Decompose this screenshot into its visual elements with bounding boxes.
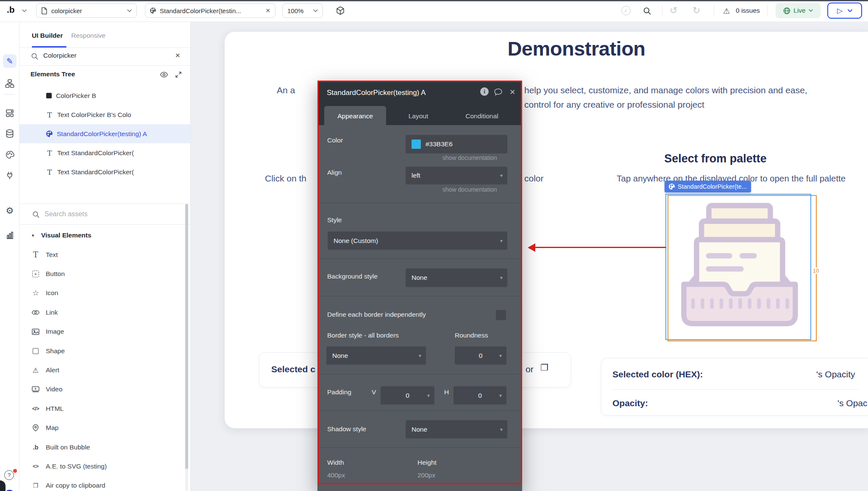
- design-canvas[interactable]: Demonstration An a help you select, cust…: [191, 22, 868, 491]
- height-value: 200px: [417, 471, 435, 479]
- palette-item-text[interactable]: T Text: [19, 245, 185, 264]
- ui-builder-panel: UI Builder Responsive ✕ Elements Tree Co…: [19, 22, 191, 491]
- panel-divider: [19, 204, 190, 204]
- intro-text-line1[interactable]: help you select, customize, and manage c…: [524, 85, 807, 95]
- palette-item-shape[interactable]: Shape: [19, 341, 185, 360]
- colorpicker-element-preview-image[interactable]: [678, 200, 801, 332]
- tab-conditional[interactable]: Conditional: [459, 106, 505, 126]
- environment-selector[interactable]: Live: [776, 3, 821, 18]
- tree-item-text-standardcolorpicker-1[interactable]: T Text StandardColorPicker(: [19, 143, 190, 162]
- design-tab-pencil-icon[interactable]: ✎: [3, 54, 17, 68]
- tree-item-text-colorpicker[interactable]: T Text ColorPicker B's Colo: [19, 105, 190, 124]
- tree-item-colorpicker-b[interactable]: ColorPicker B: [19, 86, 190, 105]
- palette-item-html[interactable]: </> HTML: [19, 399, 185, 418]
- open-document-tab[interactable]: StandardColorPicker(testin... ✕: [145, 3, 275, 18]
- border-independent-checkbox[interactable]: [496, 310, 506, 320]
- color-input[interactable]: #33B3E6: [406, 135, 507, 153]
- align-value: left: [412, 172, 420, 179]
- palette-item-ae-to-svg[interactable]: <> A.E. to SVG (testing): [19, 457, 185, 476]
- palette-section-title[interactable]: Select from palette: [660, 152, 771, 165]
- palette-item-button[interactable]: + Button: [19, 264, 185, 283]
- demo-title[interactable]: Demonstration: [449, 37, 704, 60]
- border-style-dropdown[interactable]: None ▾: [326, 346, 426, 365]
- border-independent-label: Define each border independently: [327, 311, 426, 318]
- palette-item-alert[interactable]: ⚠ Alert: [19, 360, 185, 379]
- data-tab-database-icon[interactable]: [3, 127, 17, 140]
- styles-tab-palette-icon[interactable]: [3, 148, 17, 162]
- padding-h-dropdown[interactable]: 0 ▾: [453, 386, 506, 405]
- panel-divider: [19, 47, 190, 48]
- panel-scrollbar-thumb[interactable]: [185, 204, 188, 469]
- padding-v-dropdown[interactable]: 0 ▾: [381, 386, 434, 405]
- expand-tree-icon[interactable]: [175, 71, 182, 78]
- left-demo-caption-fragment[interactable]: Click on th: [265, 173, 306, 184]
- undo-icon[interactable]: ↺: [670, 6, 677, 16]
- palette-item-image[interactable]: Image: [19, 322, 185, 341]
- search-icon[interactable]: [643, 6, 651, 15]
- dropdown-arrow-icon: ▾: [427, 393, 430, 399]
- visual-elements-header[interactable]: Visual Elements: [41, 232, 92, 239]
- search-assets-input[interactable]: [44, 210, 172, 218]
- copy-icon: ❐: [31, 482, 40, 489]
- style-field-label: Style: [327, 216, 342, 224]
- info-icon[interactable]: i: [480, 87, 489, 96]
- palette-item-link[interactable]: Link: [19, 303, 185, 322]
- visibility-eye-icon[interactable]: [160, 72, 168, 78]
- dropdown-arrow-icon: ▾: [500, 275, 503, 281]
- settings-tab-gear-icon[interactable]: ⚙: [3, 204, 17, 218]
- hex-value-fragment: 's Opacity: [816, 369, 855, 379]
- shadow-style-dropdown[interactable]: None ▾: [406, 420, 507, 438]
- tab-ui-builder[interactable]: UI Builder: [32, 32, 63, 39]
- elements-tree-header: Elements Tree: [31, 70, 75, 78]
- svg-code-icon: <>: [31, 463, 40, 469]
- bubble-logo[interactable]: .b: [7, 5, 15, 15]
- intro-text-line2[interactable]: control for any creative or professional…: [524, 100, 704, 110]
- border-style-value: None: [332, 352, 348, 360]
- left-demo-caption-fragment-right[interactable]: color: [524, 173, 544, 184]
- palette-item-air-copy[interactable]: ❐ Air copy to clipboard: [19, 476, 185, 491]
- style-dropdown[interactable]: None (Custom) ▾: [328, 232, 507, 250]
- show-documentation-link[interactable]: show documentation: [442, 186, 497, 193]
- help-button[interactable]: ?: [4, 470, 14, 480]
- preview-run-button[interactable]: ▷: [827, 3, 862, 19]
- element-selection-badge[interactable]: StandardColorPicker(te...: [665, 181, 751, 192]
- show-documentation-link[interactable]: show documentation: [442, 154, 497, 161]
- selected-color-card-right[interactable]: Selected color (HEX): 's Opacity Opacity…: [601, 358, 868, 416]
- tab-appearance[interactable]: Appearance: [324, 106, 386, 126]
- clear-search-icon[interactable]: ✕: [175, 52, 181, 59]
- color-field-label: Color: [327, 137, 343, 144]
- app-selector-dropdown[interactable]: colorpicker: [36, 3, 137, 18]
- property-editor-header: StandardColorPicker(testing) A i ✕ Appea…: [319, 82, 521, 125]
- copy-icon[interactable]: ❐: [540, 363, 548, 373]
- tab-layout[interactable]: Layout: [399, 106, 437, 126]
- tree-item-text-standardcolorpicker-2[interactable]: T Text StandardColorPicker(: [19, 162, 190, 181]
- background-style-dropdown[interactable]: None ▾: [406, 268, 507, 287]
- palette-item-built-on-bubble[interactable]: .b Built on Bubble: [19, 438, 185, 457]
- palette-item-video[interactable]: Video: [19, 380, 185, 399]
- zoom-level-dropdown[interactable]: 100%: [282, 3, 323, 18]
- components-tab-icon[interactable]: [3, 106, 17, 120]
- align-dropdown[interactable]: left ▾: [406, 167, 507, 184]
- workflow-tab-icon[interactable]: [3, 77, 17, 90]
- opacity-label: Opacity:: [612, 398, 648, 408]
- issues-count[interactable]: 0 issues: [736, 7, 760, 14]
- palette-item-map[interactable]: Map: [19, 418, 185, 438]
- palette-item-icon[interactable]: ☆ Icon: [19, 284, 185, 303]
- plugins-tab-plug-icon[interactable]: [3, 169, 17, 182]
- redo-icon[interactable]: ↻: [693, 6, 700, 16]
- section-divider: [319, 447, 521, 448]
- collapse-caret-icon[interactable]: ▾: [32, 233, 34, 238]
- roundness-dropdown[interactable]: 0 ▾: [455, 346, 506, 365]
- close-icon[interactable]: ✕: [509, 88, 515, 97]
- comment-icon[interactable]: [494, 88, 503, 96]
- element-search-input[interactable]: [42, 51, 167, 60]
- component-cube-icon[interactable]: [336, 6, 345, 15]
- logs-tab-chart-icon[interactable]: [3, 229, 17, 242]
- tab-responsive[interactable]: Responsive: [71, 32, 106, 39]
- notification-dot: [13, 469, 17, 473]
- intro-text-fragment[interactable]: An a: [277, 85, 295, 95]
- logo-menu-chevron-icon[interactable]: [22, 9, 27, 12]
- tree-item-standardcolorpicker-selected[interactable]: StandardColorPicker(testing) A: [19, 124, 190, 143]
- dropdown-arrow-icon: ▾: [500, 238, 503, 244]
- close-tab-icon[interactable]: ✕: [265, 7, 270, 14]
